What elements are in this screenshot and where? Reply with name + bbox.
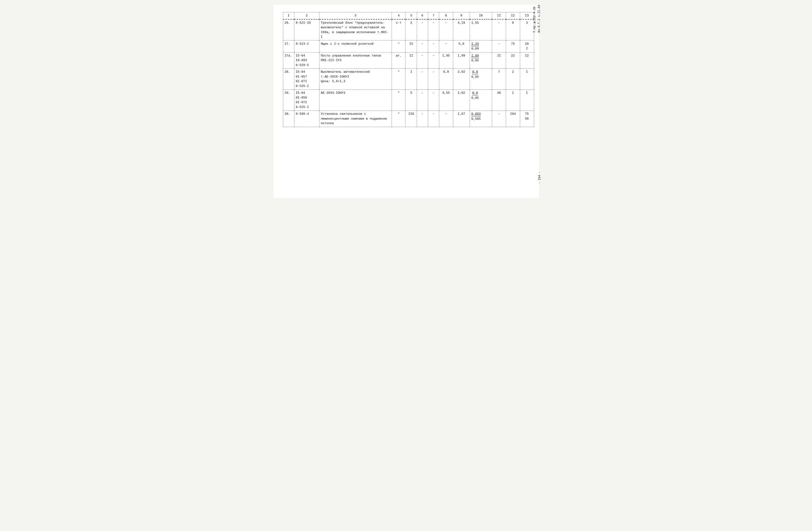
side-label-top: Т.пр.№252-4-30 Ал.9.Т.I ч.II.84 xyxy=(533,5,541,35)
header-col-2: 2 xyxy=(294,12,319,19)
header-col-10: I0 xyxy=(469,12,492,19)
side-label-bottom: - I64 - xyxy=(538,172,541,184)
table-row: 29.I5-04 0I-058 0I-072 8-525-IАЕ-2034-IО… xyxy=(283,90,534,111)
table-header-row: I 2 3 4 5 6 7 8 9 I0 II I2 I3 xyxy=(283,12,534,19)
main-table: I 2 3 4 5 6 7 8 9 I0 II I2 I3 26.8-52I-I… xyxy=(283,12,534,127)
header-col-8: 8 xyxy=(439,12,453,19)
table-row: 27.8-523-IЯщик с 2-х полюсной розеткой"I… xyxy=(283,40,534,52)
table-row: 28.I5-04 0I-057 0I-07I 8-525-IВыключател… xyxy=(283,69,534,90)
page-container: Т.пр.№252-4-30 Ал.9.Т.I ч.II.84 I 2 3 4 … xyxy=(273,5,539,198)
header-col-5: 5 xyxy=(406,12,417,19)
table-row: 26.8-52I-IOТрехполюсный блок "предохрани… xyxy=(283,19,534,41)
header-col-1: I xyxy=(283,12,294,19)
header-col-13: I3 xyxy=(520,12,534,19)
table-row: 27а.I5-04 I8-093 8-529-5Посты управления… xyxy=(283,52,534,69)
header-col-4: 4 xyxy=(392,12,406,19)
header-col-6: 6 xyxy=(417,12,428,19)
table-row: 30.8-599-4Установка светильников с люмин… xyxy=(283,111,534,127)
header-col-3: 3 xyxy=(319,12,392,19)
header-col-12: I2 xyxy=(506,12,520,19)
header-col-11: II xyxy=(492,12,506,19)
header-col-9: 9 xyxy=(453,12,469,19)
header-col-7: 7 xyxy=(428,12,439,19)
